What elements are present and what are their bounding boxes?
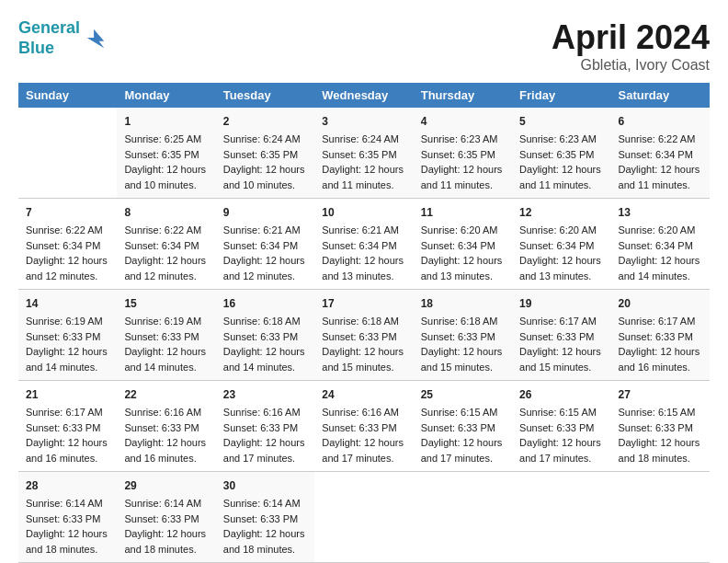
daylight-text: Daylight: 12 hours and 12 minutes. bbox=[124, 255, 206, 282]
sunset-text: Sunset: 6:35 PM bbox=[124, 149, 199, 160]
day-number: 27 bbox=[619, 386, 702, 403]
sunrise-text: Sunrise: 6:16 AM bbox=[124, 407, 201, 418]
day-number: 3 bbox=[322, 113, 405, 130]
week-row-4: 21Sunrise: 6:17 AMSunset: 6:33 PMDayligh… bbox=[18, 381, 710, 472]
day-number: 23 bbox=[223, 386, 307, 403]
daylight-text: Daylight: 12 hours and 11 minutes. bbox=[421, 164, 503, 190]
daylight-text: Daylight: 12 hours and 14 minutes. bbox=[619, 255, 700, 282]
sunset-text: Sunset: 6:33 PM bbox=[421, 422, 495, 433]
sunset-text: Sunset: 6:33 PM bbox=[26, 513, 100, 524]
daylight-text: Daylight: 12 hours and 11 minutes. bbox=[619, 164, 700, 190]
calendar-cell: 5Sunrise: 6:23 AMSunset: 6:35 PMDaylight… bbox=[512, 108, 610, 199]
daylight-text: Daylight: 12 hours and 18 minutes. bbox=[619, 437, 700, 464]
daylight-text: Daylight: 12 hours and 15 minutes. bbox=[421, 346, 503, 373]
sunset-text: Sunset: 6:33 PM bbox=[519, 331, 594, 342]
day-number: 18 bbox=[421, 295, 505, 312]
week-row-1: 1Sunrise: 6:25 AMSunset: 6:35 PMDaylight… bbox=[18, 108, 710, 199]
sunset-text: Sunset: 6:34 PM bbox=[26, 240, 100, 251]
calendar-cell bbox=[512, 472, 610, 563]
calendar-cell: 20Sunrise: 6:17 AMSunset: 6:33 PMDayligh… bbox=[611, 290, 710, 381]
sunrise-text: Sunrise: 6:22 AM bbox=[619, 133, 696, 144]
sunrise-text: Sunrise: 6:17 AM bbox=[26, 407, 103, 418]
calendar-cell bbox=[414, 472, 512, 563]
calendar-cell: 4Sunrise: 6:23 AMSunset: 6:35 PMDaylight… bbox=[414, 108, 512, 199]
sunset-text: Sunset: 6:33 PM bbox=[124, 331, 199, 342]
calendar-cell: 21Sunrise: 6:17 AMSunset: 6:33 PMDayligh… bbox=[18, 381, 117, 472]
sunset-text: Sunset: 6:35 PM bbox=[322, 149, 396, 160]
sunrise-text: Sunrise: 6:18 AM bbox=[223, 316, 301, 327]
day-number: 13 bbox=[619, 204, 702, 221]
sunrise-text: Sunrise: 6:14 AM bbox=[26, 498, 103, 509]
calendar-header-row: SundayMondayTuesdayWednesdayThursdayFrid… bbox=[18, 83, 710, 108]
calendar-cell: 26Sunrise: 6:15 AMSunset: 6:33 PMDayligh… bbox=[512, 381, 610, 472]
daylight-text: Daylight: 12 hours and 10 minutes. bbox=[223, 164, 305, 190]
day-number: 25 bbox=[421, 386, 505, 403]
calendar-cell: 19Sunrise: 6:17 AMSunset: 6:33 PMDayligh… bbox=[512, 290, 610, 381]
day-number: 2 bbox=[223, 113, 307, 130]
daylight-text: Daylight: 12 hours and 11 minutes. bbox=[519, 164, 601, 190]
sunrise-text: Sunrise: 6:22 AM bbox=[26, 224, 103, 236]
calendar-cell: 9Sunrise: 6:21 AMSunset: 6:34 PMDaylight… bbox=[216, 199, 314, 290]
calendar-cell: 16Sunrise: 6:18 AMSunset: 6:33 PMDayligh… bbox=[216, 290, 314, 381]
sunset-text: Sunset: 6:33 PM bbox=[322, 331, 396, 342]
sunset-text: Sunset: 6:35 PM bbox=[519, 149, 594, 160]
sunset-text: Sunset: 6:35 PM bbox=[223, 149, 298, 160]
daylight-text: Daylight: 12 hours and 16 minutes. bbox=[124, 437, 206, 464]
sunrise-text: Sunrise: 6:18 AM bbox=[322, 316, 399, 327]
calendar-cell: 2Sunrise: 6:24 AMSunset: 6:35 PMDaylight… bbox=[216, 108, 314, 199]
calendar-cell: 29Sunrise: 6:14 AMSunset: 6:33 PMDayligh… bbox=[117, 472, 215, 563]
calendar-cell: 14Sunrise: 6:19 AMSunset: 6:33 PMDayligh… bbox=[18, 290, 117, 381]
sunrise-text: Sunrise: 6:16 AM bbox=[223, 407, 301, 418]
sunrise-text: Sunrise: 6:23 AM bbox=[421, 133, 498, 144]
sunset-text: Sunset: 6:34 PM bbox=[519, 240, 594, 251]
daylight-text: Daylight: 12 hours and 17 minutes. bbox=[322, 437, 404, 464]
day-number: 15 bbox=[124, 295, 208, 312]
sunset-text: Sunset: 6:33 PM bbox=[619, 422, 693, 433]
calendar-cell bbox=[18, 108, 117, 199]
sunset-text: Sunset: 6:33 PM bbox=[124, 513, 199, 524]
sunset-text: Sunset: 6:33 PM bbox=[519, 422, 594, 433]
calendar-cell: 13Sunrise: 6:20 AMSunset: 6:34 PMDayligh… bbox=[611, 199, 710, 290]
sunrise-text: Sunrise: 6:22 AM bbox=[124, 224, 201, 236]
day-number: 17 bbox=[322, 295, 405, 312]
day-number: 19 bbox=[519, 295, 603, 312]
calendar-cell: 22Sunrise: 6:16 AMSunset: 6:33 PMDayligh… bbox=[117, 381, 215, 472]
sunrise-text: Sunrise: 6:17 AM bbox=[519, 316, 597, 327]
calendar-cell bbox=[314, 472, 413, 563]
day-number: 28 bbox=[26, 477, 109, 494]
svg-marker-0 bbox=[87, 29, 105, 48]
calendar-cell: 6Sunrise: 6:22 AMSunset: 6:34 PMDaylight… bbox=[611, 108, 710, 199]
column-header-monday: Monday bbox=[117, 83, 215, 108]
sunrise-text: Sunrise: 6:15 AM bbox=[519, 407, 597, 418]
day-number: 1 bbox=[124, 113, 208, 130]
sunset-text: Sunset: 6:34 PM bbox=[421, 240, 495, 251]
calendar-cell: 10Sunrise: 6:21 AMSunset: 6:34 PMDayligh… bbox=[314, 199, 413, 290]
calendar-cell: 1Sunrise: 6:25 AMSunset: 6:35 PMDaylight… bbox=[117, 108, 215, 199]
sunrise-text: Sunrise: 6:16 AM bbox=[322, 407, 399, 418]
column-header-friday: Friday bbox=[512, 83, 610, 108]
sunrise-text: Sunrise: 6:23 AM bbox=[519, 133, 597, 144]
sunrise-text: Sunrise: 6:19 AM bbox=[124, 316, 201, 327]
day-number: 5 bbox=[519, 113, 603, 130]
page-title: April 2024 bbox=[552, 18, 710, 57]
daylight-text: Daylight: 12 hours and 10 minutes. bbox=[124, 164, 206, 190]
logo: GeneralBlue bbox=[18, 18, 108, 58]
sunset-text: Sunset: 6:34 PM bbox=[223, 240, 298, 251]
sunrise-text: Sunrise: 6:18 AM bbox=[421, 316, 498, 327]
sunset-text: Sunset: 6:34 PM bbox=[619, 240, 693, 251]
logo-text: GeneralBlue bbox=[18, 18, 80, 58]
sunrise-text: Sunrise: 6:20 AM bbox=[519, 224, 597, 236]
calendar-cell: 7Sunrise: 6:22 AMSunset: 6:34 PMDaylight… bbox=[18, 199, 117, 290]
sunset-text: Sunset: 6:33 PM bbox=[26, 331, 100, 342]
sunrise-text: Sunrise: 6:14 AM bbox=[223, 498, 301, 509]
daylight-text: Daylight: 12 hours and 15 minutes. bbox=[519, 346, 601, 373]
daylight-text: Daylight: 12 hours and 17 minutes. bbox=[421, 437, 503, 464]
daylight-text: Daylight: 12 hours and 17 minutes. bbox=[223, 437, 305, 464]
day-number: 24 bbox=[322, 386, 405, 403]
day-number: 22 bbox=[124, 386, 208, 403]
column-header-tuesday: Tuesday bbox=[216, 83, 314, 108]
calendar-cell: 30Sunrise: 6:14 AMSunset: 6:33 PMDayligh… bbox=[216, 472, 314, 563]
calendar-cell: 23Sunrise: 6:16 AMSunset: 6:33 PMDayligh… bbox=[216, 381, 314, 472]
calendar-cell: 3Sunrise: 6:24 AMSunset: 6:35 PMDaylight… bbox=[314, 108, 413, 199]
day-number: 8 bbox=[124, 204, 208, 221]
